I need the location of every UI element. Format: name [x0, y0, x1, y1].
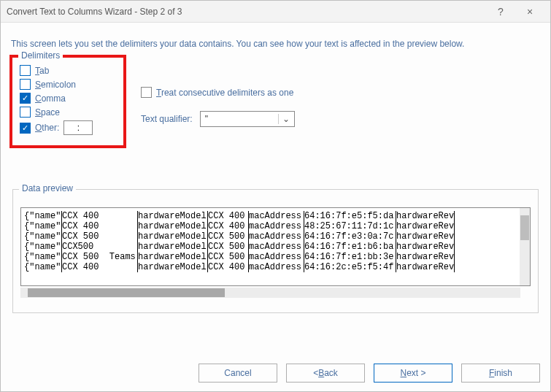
back-button[interactable]: < Back	[286, 364, 365, 383]
other-checkbox[interactable]: ✓	[20, 123, 31, 134]
treat-consecutive-checkbox[interactable]	[141, 87, 152, 98]
space-checkbox[interactable]	[20, 107, 31, 118]
tab-checkbox[interactable]	[20, 65, 31, 76]
delimiters-legend: Delimiters	[18, 50, 63, 61]
dialog-title: Convert Text to Columns Wizard - Step 2 …	[7, 7, 486, 17]
vertical-scrollbar[interactable]	[520, 208, 530, 285]
comma-checkbox[interactable]: ✓	[20, 93, 31, 104]
text-qualifier-select[interactable]: " ⌄	[200, 111, 295, 127]
data-preview-content: {"name"CCX 400hardwareModelCCX 400macAdd…	[21, 208, 530, 272]
data-preview-legend: Data preview	[19, 183, 76, 193]
comma-label[interactable]: Comma	[35, 93, 66, 104]
dialog-buttons: Cancel < Back Next > Finish	[199, 364, 540, 383]
semicolon-checkbox[interactable]	[20, 79, 31, 90]
dialog-content: This screen lets you set the delimiters …	[1, 23, 550, 313]
other-label[interactable]: Other:	[35, 123, 59, 133]
tab-label[interactable]: Tab	[35, 66, 49, 76]
finish-button[interactable]: Finish	[461, 364, 540, 383]
data-preview-box: {"name"CCX 400hardwareModelCCX 400macAdd…	[20, 207, 531, 286]
titlebar: Convert Text to Columns Wizard - Step 2 …	[1, 1, 550, 23]
close-button[interactable]: ×	[515, 6, 544, 18]
wizard-dialog: Convert Text to Columns Wizard - Step 2 …	[0, 0, 551, 392]
treat-consecutive-label[interactable]: Treat consecutive delimiters as one	[156, 88, 293, 98]
other-input[interactable]	[63, 120, 93, 135]
horizontal-scroll-thumb[interactable]	[28, 288, 225, 297]
help-button[interactable]: ?	[486, 6, 515, 18]
data-preview-group: Data preview {"name"CCX 400hardwareModel…	[12, 189, 539, 313]
semicolon-label[interactable]: Semicolon	[35, 80, 76, 90]
horizontal-scrollbar[interactable]	[20, 288, 520, 298]
vertical-scroll-thumb[interactable]	[520, 215, 529, 240]
next-button[interactable]: Next >	[374, 364, 452, 383]
text-qualifier-label: Text qualifier:	[141, 114, 193, 124]
chevron-down-icon: ⌄	[278, 114, 294, 124]
delimiter-options: Treat consecutive delimiters as one Text…	[141, 55, 295, 133]
description-text: This screen lets you set the delimiters …	[11, 39, 542, 49]
space-label[interactable]: Space	[35, 107, 60, 118]
delimiters-group: Delimiters Tab Semicolon ✓ Comma Space	[9, 55, 126, 148]
cancel-button[interactable]: Cancel	[199, 364, 277, 383]
